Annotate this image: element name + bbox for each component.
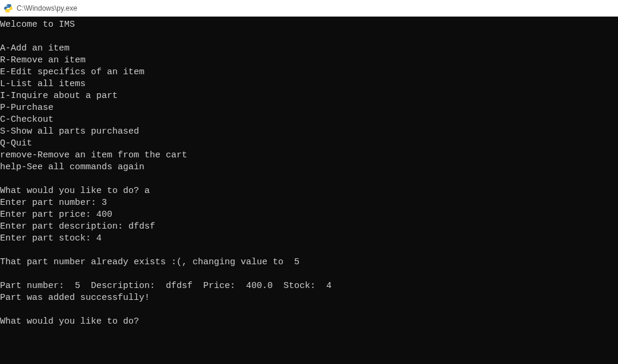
- terminal-output[interactable]: Welcome to IMS A-Add an itemR-Remove an …: [0, 17, 618, 364]
- terminal-line: E-Edit specifics of an item: [0, 67, 618, 78]
- terminal-line: Enter part description: dfdsf: [0, 221, 618, 233]
- terminal-line: help-See all commands again: [0, 162, 618, 173]
- terminal-line: Welcome to IMS: [0, 19, 618, 31]
- terminal-line: remove-Remove an item from the cart: [0, 150, 618, 162]
- window-title: C:\Windows\py.exe: [17, 4, 77, 12]
- terminal-line: Enter part price: 400: [0, 209, 618, 221]
- window-titlebar: C:\Windows\py.exe: [0, 0, 618, 17]
- terminal-line: Enter part stock: 4: [0, 233, 618, 245]
- terminal-line: R-Remove an item: [0, 55, 618, 67]
- terminal-line: [0, 173, 618, 185]
- terminal-line: C-Checkout: [0, 114, 618, 126]
- terminal-line: A-Add an item: [0, 43, 618, 55]
- terminal-line: [0, 304, 618, 316]
- terminal-line: Q-Quit: [0, 138, 618, 150]
- terminal-line: Enter part number: 3: [0, 197, 618, 209]
- svg-point-0: [7, 4, 7, 5]
- terminal-line: What would you like to do? a: [0, 185, 618, 197]
- terminal-line: [0, 31, 618, 43]
- terminal-line: S-Show all parts purchased: [0, 126, 618, 138]
- terminal-line: L-List all items: [0, 78, 618, 90]
- terminal-line: What would you like to do?: [0, 316, 618, 328]
- terminal-line: P-Purchase: [0, 102, 618, 114]
- terminal-line: Part number: 5 Description: dfdsf Price:…: [0, 280, 618, 292]
- terminal-line: [0, 268, 618, 280]
- terminal-line: That part number already exists :(, chan…: [0, 257, 618, 268]
- python-icon: [4, 4, 13, 13]
- terminal-line: Part was added successfully!: [0, 292, 618, 304]
- terminal-line: [0, 245, 618, 257]
- terminal-line: I-Inquire about a part: [0, 90, 618, 102]
- svg-point-1: [9, 11, 10, 11]
